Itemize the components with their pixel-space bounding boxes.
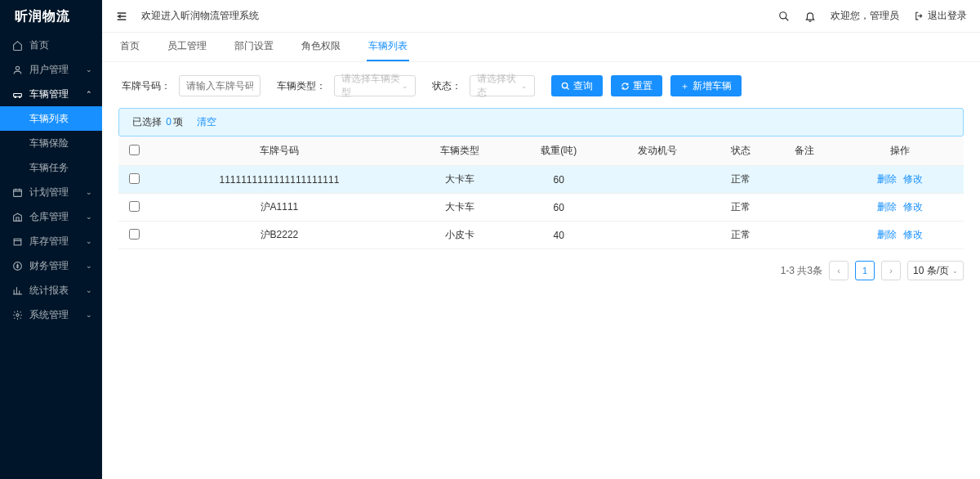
selection-bar: 已选择 0项 清空 — [118, 108, 964, 137]
delete-link[interactable]: 删除 — [877, 173, 897, 185]
bell-icon[interactable] — [804, 11, 816, 22]
logout-button[interactable]: 退出登录 — [914, 9, 967, 23]
plate-input[interactable] — [179, 75, 261, 96]
cell-status: 正常 — [709, 194, 773, 222]
car-icon — [11, 88, 23, 100]
refresh-icon — [621, 82, 630, 91]
selection-suffix: 项 — [173, 116, 183, 128]
cell-type: 大卡车 — [409, 194, 511, 222]
chevron-down-icon: ⌄ — [86, 213, 92, 221]
chevron-down-icon: ⌄ — [86, 188, 92, 196]
sidebar-item-plan[interactable]: 计划管理 ⌄ — [0, 180, 102, 204]
selection-count: 0 — [166, 116, 172, 128]
sidebar-item-label: 统计报表 — [29, 284, 69, 298]
table-row[interactable]: 1111111111111111111111大卡车60正常删除修改 — [118, 166, 964, 194]
sidebar-item-stock[interactable]: 库存管理 ⌄ — [0, 229, 102, 253]
svg-point-7 — [16, 313, 18, 316]
cell-load: 60 — [511, 194, 607, 222]
select-all-checkbox[interactable] — [129, 145, 140, 155]
plate-label: 车牌号码： — [122, 79, 171, 93]
cell-plate: 沪A1111 — [149, 194, 409, 222]
svg-point-0 — [16, 66, 19, 69]
sidebar-item-user[interactable]: 用户管理 ⌄ — [0, 57, 102, 82]
chevron-down-icon: ⌄ — [86, 286, 92, 294]
col-plate: 车牌号码 — [149, 137, 409, 166]
prev-page[interactable]: ‹ — [829, 261, 849, 280]
sidebar-item-vehicle[interactable]: 车辆管理 ⌃ — [0, 82, 102, 106]
selection-prefix: 已选择 — [132, 116, 162, 128]
col-op: 操作 — [836, 137, 964, 166]
sidebar-item-warehouse[interactable]: 仓库管理 ⌄ — [0, 204, 102, 229]
box-icon — [11, 235, 23, 247]
user-icon — [11, 64, 23, 75]
sidebar-item-label: 系统管理 — [29, 308, 69, 322]
tab-role[interactable]: 角色权限 — [300, 33, 342, 61]
chevron-down-icon: ⌄ — [952, 267, 958, 275]
edit-link[interactable]: 修改 — [903, 201, 923, 213]
tab-dept[interactable]: 部门设置 — [233, 33, 275, 61]
svg-point-8 — [780, 11, 786, 18]
logout-label: 退出登录 — [928, 9, 967, 23]
user-greeting[interactable]: 欢迎您，管理员 — [831, 9, 899, 23]
sidebar-item-label: 库存管理 — [29, 235, 69, 248]
menu-collapse-icon[interactable] — [115, 11, 130, 22]
clear-selection[interactable]: 清空 — [197, 116, 216, 128]
tab-home[interactable]: 首页 — [118, 33, 141, 61]
content: 车牌号码： 车辆类型： 请选择车辆类型⌄ 状态： 请选择状态⌄ 查询 重置 ＋新… — [102, 62, 980, 479]
type-label: 车辆类型： — [277, 79, 326, 93]
add-vehicle-button[interactable]: ＋新增车辆 — [670, 75, 742, 96]
money-icon — [11, 260, 23, 271]
delete-link[interactable]: 删除 — [877, 229, 897, 240]
chevron-down-icon: ⌄ — [86, 237, 92, 245]
row-checkbox[interactable] — [129, 229, 140, 239]
page-size-select[interactable]: 10 条/页⌄ — [907, 261, 964, 280]
table-row[interactable]: 沪B2222小皮卡40正常删除修改 — [118, 222, 964, 249]
tab-staff[interactable]: 员工管理 — [166, 33, 208, 61]
sidebar-sub-vehicle-list[interactable]: 车辆列表 — [0, 106, 102, 131]
sidebar-sub-vehicle-insurance[interactable]: 车辆保险 — [0, 131, 102, 155]
next-page[interactable]: › — [881, 261, 901, 280]
query-button[interactable]: 查询 — [551, 75, 603, 96]
edit-link[interactable]: 修改 — [903, 173, 923, 185]
table-row[interactable]: 沪A1111大卡车60正常删除修改 — [118, 194, 964, 222]
main: 欢迎进入昕润物流管理系统 欢迎您，管理员 退出登录 首页 员工管理 部门设置 角… — [102, 0, 980, 479]
sidebar-item-label: 财务管理 — [29, 259, 69, 273]
edit-link[interactable]: 修改 — [903, 229, 923, 240]
home-icon — [11, 39, 23, 51]
delete-link[interactable]: 删除 — [877, 201, 897, 213]
tab-vehicle-list[interactable]: 车辆列表 — [367, 33, 409, 61]
calendar-icon — [11, 186, 23, 198]
sidebar-item-label: 计划管理 — [29, 186, 69, 199]
page-1[interactable]: 1 — [855, 261, 875, 280]
welcome-text: 欢迎进入昕润物流管理系统 — [141, 9, 259, 23]
col-engine: 发动机号 — [607, 137, 709, 166]
sidebar-item-report[interactable]: 统计报表 ⌄ — [0, 278, 102, 302]
search-icon — [561, 82, 570, 91]
pagination: 1-3 共3条 ‹ 1 › 10 条/页⌄ — [118, 261, 964, 280]
cell-status: 正常 — [709, 166, 773, 194]
reset-button[interactable]: 重置 — [611, 75, 662, 96]
row-checkbox[interactable] — [129, 201, 140, 212]
chevron-down-icon: ⌄ — [86, 65, 92, 74]
search-icon[interactable] — [778, 11, 790, 22]
svg-point-9 — [562, 83, 567, 87]
chevron-down-icon: ⌄ — [86, 311, 92, 319]
sidebar-item-system[interactable]: 系统管理 ⌄ — [0, 302, 102, 327]
chevron-down-icon: ⌄ — [86, 262, 92, 270]
cell-load: 40 — [511, 222, 607, 249]
chevron-down-icon: ⌄ — [402, 82, 408, 90]
type-select[interactable]: 请选择车辆类型⌄ — [334, 75, 416, 96]
warehouse-icon — [11, 211, 23, 222]
cell-status: 正常 — [709, 222, 773, 249]
cell-engine — [607, 166, 709, 194]
sidebar-item-finance[interactable]: 财务管理 ⌄ — [0, 253, 102, 278]
sidebar-item-home[interactable]: 首页 — [0, 33, 102, 57]
topbar: 欢迎进入昕润物流管理系统 欢迎您，管理员 退出登录 — [102, 0, 980, 33]
col-type: 车辆类型 — [409, 137, 511, 166]
page-info: 1-3 共3条 — [781, 264, 822, 278]
sidebar-sub-vehicle-task[interactable]: 车辆任务 — [0, 155, 102, 180]
col-load: 载重(吨) — [511, 137, 607, 166]
cell-type: 大卡车 — [409, 166, 511, 194]
status-select[interactable]: 请选择状态⌄ — [470, 75, 535, 96]
row-checkbox[interactable] — [129, 173, 140, 184]
